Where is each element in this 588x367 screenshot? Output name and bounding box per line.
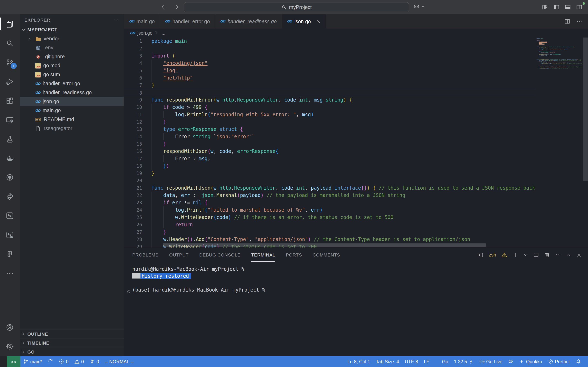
status-cursor-position[interactable]: Ln 8, Col 1 [345, 356, 373, 367]
code-line-8[interactable]: 8 [124, 89, 535, 96]
code-line-11[interactable]: 11 log.Println("responding with 5xx erro… [124, 111, 535, 118]
code-line-22[interactable]: 22 data, err := json.Marshal(payload) //… [124, 192, 535, 199]
status-indentation[interactable]: Tab Size: 4 [373, 356, 402, 367]
code-line-17[interactable]: 17 Error : msg, [124, 155, 535, 162]
status-sync[interactable] [45, 356, 56, 367]
new-terminal-icon[interactable] [512, 252, 518, 258]
activity-remote-explorer[interactable] [0, 110, 20, 129]
code-line-5[interactable]: 5 "log" [124, 67, 535, 74]
status-prettier[interactable]: Prettier [545, 356, 573, 367]
history-back-icon[interactable] [160, 4, 167, 10]
code-line-20[interactable]: 20 [124, 177, 535, 184]
code-line-13[interactable]: 13 type errorResponse struct { [124, 125, 535, 133]
status-vim-mode[interactable]: -- NORMAL -- [102, 356, 136, 367]
kill-terminal-icon[interactable] [544, 252, 550, 258]
activity-settings[interactable] [0, 337, 20, 356]
vertical-scrollbar[interactable] [582, 38, 588, 248]
command-center-search[interactable]: myProject [184, 2, 409, 12]
close-tab-icon[interactable] [317, 18, 321, 24]
code-line-16[interactable]: 16 respondWithJson(w, code, errorRespons… [124, 148, 535, 155]
activity-run-debug[interactable] [0, 72, 20, 91]
activity-python[interactable] [0, 187, 20, 206]
toggle-secondary-sidebar-icon[interactable] [576, 4, 582, 10]
activity-testing[interactable] [0, 129, 20, 149]
split-editor-icon[interactable] [564, 18, 571, 25]
activity-docker[interactable] [0, 149, 20, 167]
activity-terraform[interactable] [0, 206, 20, 225]
panel-tab-problems[interactable]: PROBLEMS [132, 248, 159, 262]
panel-tab-terminal[interactable]: TERMINAL [251, 248, 275, 262]
activity-account[interactable] [0, 318, 20, 337]
project-root[interactable]: MYPROJECT [20, 25, 124, 34]
activity-more[interactable] [0, 263, 20, 283]
toggle-primary-sidebar-icon[interactable] [553, 4, 559, 10]
shell-warning-icon[interactable] [502, 252, 507, 258]
code-line-26[interactable]: 26 return [124, 221, 535, 228]
code-line-6[interactable]: 6 "net/http" [124, 74, 535, 82]
close-panel-icon[interactable] [577, 252, 581, 258]
code-line-23[interactable]: 23 if err != nil { [124, 199, 535, 206]
horizontal-scrollbar[interactable] [163, 243, 486, 247]
panel-tab-output[interactable]: OUTPUT [169, 248, 189, 262]
activity-extensions[interactable] [0, 91, 20, 110]
code-line-1[interactable]: 1package main [124, 38, 535, 45]
tab-main.go[interactable]: GOmain.go [124, 14, 160, 29]
section-go[interactable]: GO [20, 347, 124, 356]
code-line-19[interactable]: 19} [124, 170, 535, 177]
panel-tab-ports[interactable]: PORTS [286, 248, 302, 262]
file-handler_error.go[interactable]: GOhandler_error.go [20, 79, 124, 88]
status-eol[interactable]: LF [421, 356, 432, 367]
file-json.go[interactable]: GOjson.go [20, 97, 124, 106]
code-line-4[interactable]: 4 "encoding/json" [124, 59, 535, 67]
status-go-version[interactable]: 1.22.5 [451, 356, 476, 367]
status-ports-forwarded[interactable]: 0 [86, 356, 102, 367]
file-go.sum[interactable]: go.sum [20, 70, 124, 79]
code-line-12[interactable]: 12 } [124, 118, 535, 125]
history-forward-icon[interactable] [173, 4, 179, 10]
breadcrumb[interactable]: GO json.go ... [124, 29, 588, 38]
editor-more-actions-icon[interactable] [576, 18, 582, 25]
code-line-2[interactable]: 2 [124, 45, 535, 52]
file-go.mod[interactable]: go.mod [20, 61, 124, 70]
code-line-15[interactable]: 15 } [124, 140, 535, 148]
code-line-28[interactable]: 28 w.Header().Add("Content-Type", "appli… [124, 236, 535, 243]
terminal-profile-chevron-icon[interactable] [523, 252, 528, 258]
file-README.md[interactable]: README.md [20, 115, 124, 124]
minimap[interactable]: package main import ( "encoding/json" "l… [535, 38, 582, 248]
file-vendor[interactable]: vendor [20, 34, 124, 43]
file-rssagregator[interactable]: rssagregator [20, 124, 124, 133]
code-line-27[interactable]: 27 } [124, 228, 535, 236]
activity-github[interactable] [0, 167, 20, 187]
copilot-menu[interactable] [413, 3, 425, 10]
panel-tab-comments[interactable]: COMMENTS [312, 248, 340, 262]
file-main.go[interactable]: GOmain.go [20, 106, 124, 115]
panel-more-actions-icon[interactable] [555, 252, 561, 258]
code-line-21[interactable]: 21func respondWithJson(w http.ResponseWr… [124, 184, 535, 192]
status-notifications[interactable] [573, 356, 584, 367]
code-line-3[interactable]: 3import ( [124, 52, 535, 59]
activity-figma[interactable] [0, 244, 20, 263]
activity-source-control[interactable]: 1 [0, 53, 20, 72]
code-line-18[interactable]: 18 }) [124, 162, 535, 170]
code-line-7[interactable]: 7) [124, 82, 535, 89]
terminal[interactable]: hardik@Hardiks-MacBook-Air myProject % H… [124, 262, 588, 294]
maximize-panel-icon[interactable] [566, 252, 571, 258]
code-line-24[interactable]: 24 log.Printf("failed to marshal because… [124, 206, 535, 214]
code-line-10[interactable]: 10 if code > 499 { [124, 104, 535, 111]
code-line-25[interactable]: 25 w.WriteHeader(code) // if there is an… [124, 214, 535, 221]
split-terminal-icon[interactable] [533, 252, 539, 258]
toggle-panel-icon[interactable] [565, 4, 571, 10]
file-.env[interactable]: .env [20, 43, 124, 52]
activity-terraform-cloud[interactable] [0, 225, 20, 244]
remote-indicator[interactable]: >< [7, 356, 20, 367]
tab-handler_error.go[interactable]: GOhandler_error.go [160, 14, 215, 29]
code-editor[interactable]: 1package main23import (4 "encoding/json"… [124, 38, 535, 248]
status-errors[interactable]: 0 [56, 356, 71, 367]
explorer-actions-icon[interactable] [113, 17, 119, 23]
status-go-live[interactable]: Go Live [476, 356, 505, 367]
code-line-9[interactable]: 9func respondWithError(w http.ResponseWr… [124, 96, 535, 104]
section-outline[interactable]: OUTLINE [20, 329, 124, 338]
status-language-mode[interactable]: Go [432, 356, 451, 367]
panel-tab-debug-console[interactable]: DEBUG CONSOLE [199, 248, 241, 262]
activity-search[interactable] [0, 33, 20, 53]
